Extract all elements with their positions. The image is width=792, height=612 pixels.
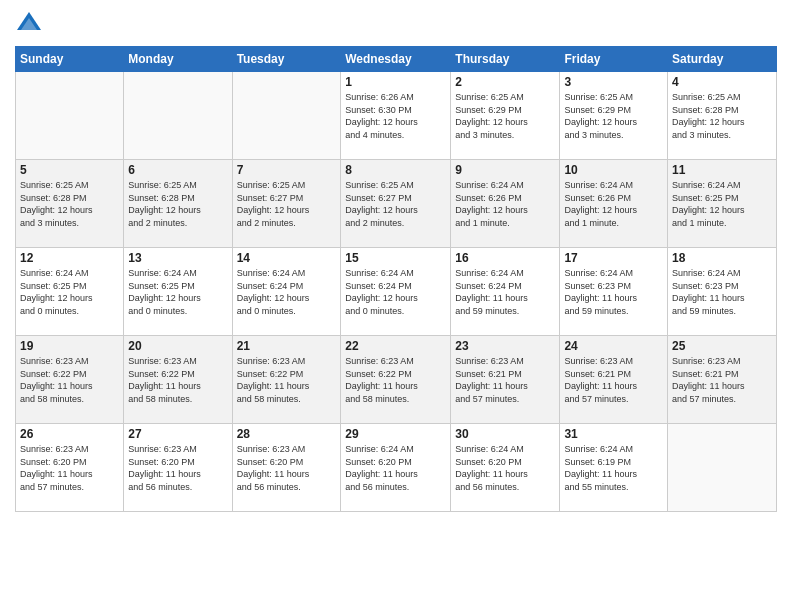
calendar-cell: 6Sunrise: 6:25 AM Sunset: 6:28 PM Daylig… bbox=[124, 160, 232, 248]
day-info: Sunrise: 6:23 AM Sunset: 6:22 PM Dayligh… bbox=[345, 355, 446, 405]
day-info: Sunrise: 6:24 AM Sunset: 6:23 PM Dayligh… bbox=[564, 267, 663, 317]
logo bbox=[15, 10, 47, 38]
day-number: 18 bbox=[672, 251, 772, 265]
calendar-table: SundayMondayTuesdayWednesdayThursdayFrid… bbox=[15, 46, 777, 512]
calendar-week-row: 5Sunrise: 6:25 AM Sunset: 6:28 PM Daylig… bbox=[16, 160, 777, 248]
calendar-cell: 3Sunrise: 6:25 AM Sunset: 6:29 PM Daylig… bbox=[560, 72, 668, 160]
day-number: 8 bbox=[345, 163, 446, 177]
calendar-cell: 8Sunrise: 6:25 AM Sunset: 6:27 PM Daylig… bbox=[341, 160, 451, 248]
calendar-cell: 20Sunrise: 6:23 AM Sunset: 6:22 PM Dayli… bbox=[124, 336, 232, 424]
day-number: 24 bbox=[564, 339, 663, 353]
weekday-header-row: SundayMondayTuesdayWednesdayThursdayFrid… bbox=[16, 47, 777, 72]
calendar-cell: 18Sunrise: 6:24 AM Sunset: 6:23 PM Dayli… bbox=[668, 248, 777, 336]
day-number: 11 bbox=[672, 163, 772, 177]
calendar-week-row: 26Sunrise: 6:23 AM Sunset: 6:20 PM Dayli… bbox=[16, 424, 777, 512]
day-number: 21 bbox=[237, 339, 337, 353]
day-info: Sunrise: 6:24 AM Sunset: 6:25 PM Dayligh… bbox=[672, 179, 772, 229]
calendar-cell: 9Sunrise: 6:24 AM Sunset: 6:26 PM Daylig… bbox=[451, 160, 560, 248]
day-info: Sunrise: 6:26 AM Sunset: 6:30 PM Dayligh… bbox=[345, 91, 446, 141]
day-number: 6 bbox=[128, 163, 227, 177]
calendar-cell: 27Sunrise: 6:23 AM Sunset: 6:20 PM Dayli… bbox=[124, 424, 232, 512]
day-number: 7 bbox=[237, 163, 337, 177]
day-info: Sunrise: 6:23 AM Sunset: 6:22 PM Dayligh… bbox=[20, 355, 119, 405]
day-info: Sunrise: 6:24 AM Sunset: 6:19 PM Dayligh… bbox=[564, 443, 663, 493]
day-info: Sunrise: 6:25 AM Sunset: 6:28 PM Dayligh… bbox=[128, 179, 227, 229]
day-number: 26 bbox=[20, 427, 119, 441]
weekday-header-monday: Monday bbox=[124, 47, 232, 72]
calendar-cell: 22Sunrise: 6:23 AM Sunset: 6:22 PM Dayli… bbox=[341, 336, 451, 424]
day-info: Sunrise: 6:24 AM Sunset: 6:24 PM Dayligh… bbox=[455, 267, 555, 317]
day-info: Sunrise: 6:23 AM Sunset: 6:20 PM Dayligh… bbox=[128, 443, 227, 493]
day-info: Sunrise: 6:23 AM Sunset: 6:21 PM Dayligh… bbox=[455, 355, 555, 405]
calendar-cell bbox=[232, 72, 341, 160]
day-info: Sunrise: 6:24 AM Sunset: 6:23 PM Dayligh… bbox=[672, 267, 772, 317]
day-info: Sunrise: 6:25 AM Sunset: 6:29 PM Dayligh… bbox=[564, 91, 663, 141]
day-number: 19 bbox=[20, 339, 119, 353]
calendar-cell: 19Sunrise: 6:23 AM Sunset: 6:22 PM Dayli… bbox=[16, 336, 124, 424]
day-info: Sunrise: 6:23 AM Sunset: 6:21 PM Dayligh… bbox=[672, 355, 772, 405]
calendar-cell: 16Sunrise: 6:24 AM Sunset: 6:24 PM Dayli… bbox=[451, 248, 560, 336]
calendar-cell: 29Sunrise: 6:24 AM Sunset: 6:20 PM Dayli… bbox=[341, 424, 451, 512]
calendar-cell bbox=[668, 424, 777, 512]
logo-icon bbox=[15, 10, 43, 38]
day-number: 15 bbox=[345, 251, 446, 265]
calendar-cell: 25Sunrise: 6:23 AM Sunset: 6:21 PM Dayli… bbox=[668, 336, 777, 424]
day-info: Sunrise: 6:24 AM Sunset: 6:25 PM Dayligh… bbox=[128, 267, 227, 317]
calendar-cell bbox=[16, 72, 124, 160]
day-number: 3 bbox=[564, 75, 663, 89]
calendar-cell: 5Sunrise: 6:25 AM Sunset: 6:28 PM Daylig… bbox=[16, 160, 124, 248]
day-number: 13 bbox=[128, 251, 227, 265]
calendar-cell: 26Sunrise: 6:23 AM Sunset: 6:20 PM Dayli… bbox=[16, 424, 124, 512]
day-info: Sunrise: 6:24 AM Sunset: 6:24 PM Dayligh… bbox=[237, 267, 337, 317]
calendar-cell: 4Sunrise: 6:25 AM Sunset: 6:28 PM Daylig… bbox=[668, 72, 777, 160]
weekday-header-thursday: Thursday bbox=[451, 47, 560, 72]
day-number: 30 bbox=[455, 427, 555, 441]
day-number: 2 bbox=[455, 75, 555, 89]
day-number: 25 bbox=[672, 339, 772, 353]
calendar-cell: 23Sunrise: 6:23 AM Sunset: 6:21 PM Dayli… bbox=[451, 336, 560, 424]
calendar-week-row: 1Sunrise: 6:26 AM Sunset: 6:30 PM Daylig… bbox=[16, 72, 777, 160]
day-info: Sunrise: 6:23 AM Sunset: 6:21 PM Dayligh… bbox=[564, 355, 663, 405]
day-number: 12 bbox=[20, 251, 119, 265]
day-info: Sunrise: 6:23 AM Sunset: 6:22 PM Dayligh… bbox=[128, 355, 227, 405]
day-info: Sunrise: 6:24 AM Sunset: 6:24 PM Dayligh… bbox=[345, 267, 446, 317]
calendar-cell: 13Sunrise: 6:24 AM Sunset: 6:25 PM Dayli… bbox=[124, 248, 232, 336]
day-info: Sunrise: 6:25 AM Sunset: 6:27 PM Dayligh… bbox=[237, 179, 337, 229]
weekday-header-wednesday: Wednesday bbox=[341, 47, 451, 72]
day-info: Sunrise: 6:24 AM Sunset: 6:25 PM Dayligh… bbox=[20, 267, 119, 317]
day-info: Sunrise: 6:25 AM Sunset: 6:28 PM Dayligh… bbox=[20, 179, 119, 229]
day-number: 27 bbox=[128, 427, 227, 441]
day-number: 22 bbox=[345, 339, 446, 353]
calendar-cell: 7Sunrise: 6:25 AM Sunset: 6:27 PM Daylig… bbox=[232, 160, 341, 248]
calendar-cell: 24Sunrise: 6:23 AM Sunset: 6:21 PM Dayli… bbox=[560, 336, 668, 424]
weekday-header-tuesday: Tuesday bbox=[232, 47, 341, 72]
calendar-cell: 30Sunrise: 6:24 AM Sunset: 6:20 PM Dayli… bbox=[451, 424, 560, 512]
day-number: 10 bbox=[564, 163, 663, 177]
day-info: Sunrise: 6:25 AM Sunset: 6:27 PM Dayligh… bbox=[345, 179, 446, 229]
calendar-cell: 15Sunrise: 6:24 AM Sunset: 6:24 PM Dayli… bbox=[341, 248, 451, 336]
day-number: 17 bbox=[564, 251, 663, 265]
day-number: 14 bbox=[237, 251, 337, 265]
calendar-week-row: 19Sunrise: 6:23 AM Sunset: 6:22 PM Dayli… bbox=[16, 336, 777, 424]
day-info: Sunrise: 6:24 AM Sunset: 6:20 PM Dayligh… bbox=[345, 443, 446, 493]
day-number: 23 bbox=[455, 339, 555, 353]
calendar-week-row: 12Sunrise: 6:24 AM Sunset: 6:25 PM Dayli… bbox=[16, 248, 777, 336]
calendar-cell: 2Sunrise: 6:25 AM Sunset: 6:29 PM Daylig… bbox=[451, 72, 560, 160]
calendar-cell: 28Sunrise: 6:23 AM Sunset: 6:20 PM Dayli… bbox=[232, 424, 341, 512]
day-number: 29 bbox=[345, 427, 446, 441]
weekday-header-friday: Friday bbox=[560, 47, 668, 72]
day-number: 28 bbox=[237, 427, 337, 441]
day-info: Sunrise: 6:25 AM Sunset: 6:28 PM Dayligh… bbox=[672, 91, 772, 141]
calendar-cell: 10Sunrise: 6:24 AM Sunset: 6:26 PM Dayli… bbox=[560, 160, 668, 248]
day-info: Sunrise: 6:24 AM Sunset: 6:26 PM Dayligh… bbox=[564, 179, 663, 229]
day-number: 1 bbox=[345, 75, 446, 89]
calendar-cell: 14Sunrise: 6:24 AM Sunset: 6:24 PM Dayli… bbox=[232, 248, 341, 336]
calendar-cell: 17Sunrise: 6:24 AM Sunset: 6:23 PM Dayli… bbox=[560, 248, 668, 336]
day-number: 31 bbox=[564, 427, 663, 441]
day-info: Sunrise: 6:23 AM Sunset: 6:22 PM Dayligh… bbox=[237, 355, 337, 405]
day-info: Sunrise: 6:24 AM Sunset: 6:26 PM Dayligh… bbox=[455, 179, 555, 229]
weekday-header-sunday: Sunday bbox=[16, 47, 124, 72]
calendar-cell: 21Sunrise: 6:23 AM Sunset: 6:22 PM Dayli… bbox=[232, 336, 341, 424]
day-number: 4 bbox=[672, 75, 772, 89]
page-header bbox=[15, 10, 777, 38]
